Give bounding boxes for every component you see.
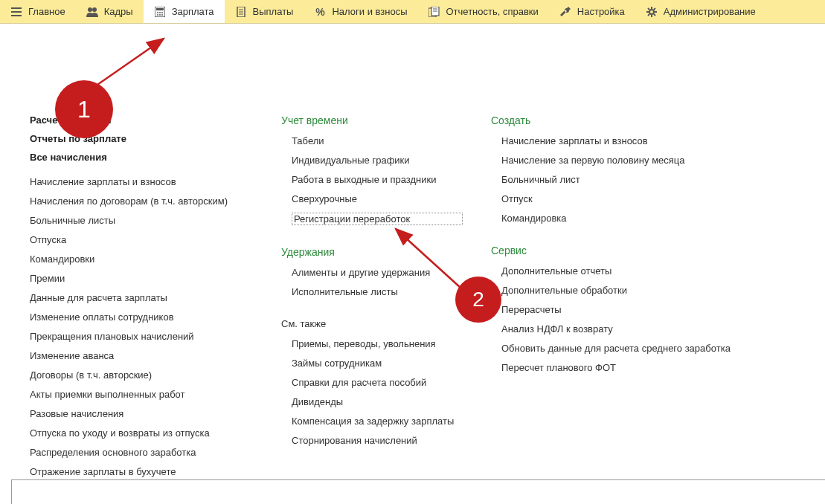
link-item[interactable]: Командировка <box>501 213 812 224</box>
section-header-create: Создать <box>491 45 812 126</box>
svg-line-28 <box>648 14 649 16</box>
link-item[interactable]: Все начисления <box>30 152 254 163</box>
link-item[interactable]: Изменение аванса <box>30 350 254 361</box>
link-item[interactable]: Данные для расчета зарплаты <box>30 292 254 303</box>
toolbar-item-3[interactable]: Выплаты <box>225 0 304 23</box>
link-item[interactable]: Отпуска <box>30 234 254 245</box>
toolbar-item-0[interactable]: Главное <box>0 0 76 23</box>
svg-line-29 <box>654 8 655 10</box>
link-item[interactable]: Алименты и другие удержания <box>292 267 463 278</box>
link-item[interactable]: Анализ НДФЛ к возврату <box>501 323 812 335</box>
link-item[interactable]: Пересчет планового ФОТ <box>501 362 812 373</box>
svg-point-10 <box>157 14 158 16</box>
link-item[interactable]: Разовые начисления <box>30 408 254 419</box>
svg-point-8 <box>159 12 161 13</box>
link-item[interactable]: Регистрации переработок <box>292 213 463 225</box>
people-icon <box>86 6 98 18</box>
link-item[interactable]: Сторнирования начислений <box>292 435 463 446</box>
svg-rect-2 <box>11 15 22 16</box>
toolbar-item-6[interactable]: Настройка <box>549 0 635 23</box>
section-header-service: Сервис <box>491 245 812 256</box>
link-item[interactable]: Займы сотрудникам <box>292 358 463 369</box>
svg-line-27 <box>654 14 655 16</box>
annotation-badge-2: 2 <box>455 277 501 323</box>
link-item[interactable]: Работа в выходные и праздники <box>292 174 463 185</box>
column-main: Расчет зарплатыОтчеты по зарплатеВсе нач… <box>0 45 268 485</box>
gear-icon <box>646 6 658 18</box>
column-create: Создать Начисление зарплаты и взносовНач… <box>476 45 825 485</box>
section-header-time: Учет времени <box>281 45 463 126</box>
link-item[interactable]: Перерасчеты <box>501 304 812 315</box>
svg-point-7 <box>157 12 158 13</box>
link-item[interactable]: Премии <box>30 273 254 284</box>
section-header-seealso: См. также <box>281 318 463 329</box>
link-item[interactable]: Больничные листы <box>30 215 254 226</box>
link-item[interactable]: Изменение оплаты сотрудников <box>30 311 254 323</box>
main-content: 1 2 Расчет зарплатыОтчеты по зарплатеВсе… <box>0 24 825 485</box>
doc-icon <box>235 6 247 18</box>
link-item[interactable]: Исполнительные листы <box>292 286 463 297</box>
toolbar-label: Кадры <box>104 6 133 17</box>
toolbar-label: Налоги и взносы <box>332 6 407 17</box>
link-item[interactable]: Договоры (в т.ч. авторские) <box>30 369 254 381</box>
link-item[interactable]: Дополнительные отчеты <box>501 265 812 277</box>
report-icon <box>428 6 440 18</box>
toolbar-label: Выплаты <box>253 6 294 17</box>
link-item[interactable]: Компенсация за задержку зарплаты <box>292 416 463 427</box>
menu-icon <box>10 6 22 18</box>
calc-icon <box>154 6 166 18</box>
link-item[interactable]: Командировки <box>30 253 254 265</box>
svg-point-3 <box>88 7 92 12</box>
bottom-border <box>11 479 825 502</box>
link-item[interactable]: Отпуск <box>501 193 812 204</box>
link-item[interactable]: Больничный лист <box>501 174 812 185</box>
link-item[interactable]: Прекращения плановых начислений <box>30 331 254 342</box>
link-item[interactable]: Начисление зарплаты и взносов <box>30 176 254 187</box>
top-toolbar: ГлавноеКадрыЗарплатаВыплаты%Налоги и взн… <box>0 0 825 24</box>
link-item[interactable]: Отражение зарплаты в бухучете <box>30 466 254 477</box>
toolbar-label: Зарплата <box>172 6 214 17</box>
annotation-badge-1: 1 <box>55 80 113 138</box>
link-item[interactable]: Дополнительные обработки <box>501 285 812 296</box>
toolbar-item-5[interactable]: Отчетность, справки <box>418 0 549 23</box>
toolbar-item-4[interactable]: %Налоги и взносы <box>304 0 417 23</box>
svg-point-9 <box>161 12 163 13</box>
svg-line-26 <box>648 8 649 10</box>
toolbar-label: Отчетность, справки <box>446 6 539 17</box>
toolbar-label: Настройка <box>577 6 625 17</box>
toolbar-label: Администрирование <box>664 6 756 17</box>
link-item[interactable]: Табели <box>292 135 463 146</box>
svg-point-4 <box>92 7 97 12</box>
link-item[interactable]: Дивиденды <box>292 396 463 407</box>
link-item[interactable]: Акты приемки выполненных работ <box>30 389 254 400</box>
link-item[interactable]: Сверхурочные <box>292 193 463 204</box>
svg-rect-1 <box>11 11 22 13</box>
link-item[interactable]: Обновить данные для расчета среднего зар… <box>501 343 812 354</box>
left-border <box>11 479 12 504</box>
link-item[interactable]: Распределения основного заработка <box>30 447 254 458</box>
link-item[interactable]: Отпуска по уходу и возвраты из отпуска <box>30 427 254 439</box>
svg-point-12 <box>161 14 163 16</box>
link-item[interactable]: Отчеты по зарплате <box>30 133 254 144</box>
toolbar-label: Главное <box>28 6 65 17</box>
link-item[interactable]: Справки для расчета пособий <box>292 377 463 388</box>
column-time: Учет времени ТабелиИндивидуальные график… <box>268 45 476 485</box>
svg-point-11 <box>159 14 161 16</box>
link-item[interactable]: Приемы, переводы, увольнения <box>292 338 463 349</box>
percent-icon: % <box>314 6 326 18</box>
link-item[interactable]: Начисление за первую половину месяца <box>501 155 812 166</box>
link-item[interactable]: Начисление зарплаты и взносов <box>501 135 812 146</box>
link-item[interactable]: Индивидуальные графики <box>292 155 463 166</box>
svg-point-21 <box>649 10 654 14</box>
svg-rect-0 <box>11 7 22 9</box>
wrench-icon <box>559 6 571 18</box>
svg-rect-6 <box>156 8 164 10</box>
section-header-deductions: Удержания <box>281 246 463 258</box>
toolbar-item-2[interactable]: Зарплата <box>144 0 225 23</box>
toolbar-item-1[interactable]: Кадры <box>76 0 144 23</box>
toolbar-item-7[interactable]: Администрирование <box>635 0 766 23</box>
link-item[interactable]: Начисления по договорам (в т.ч. авторски… <box>30 196 254 207</box>
